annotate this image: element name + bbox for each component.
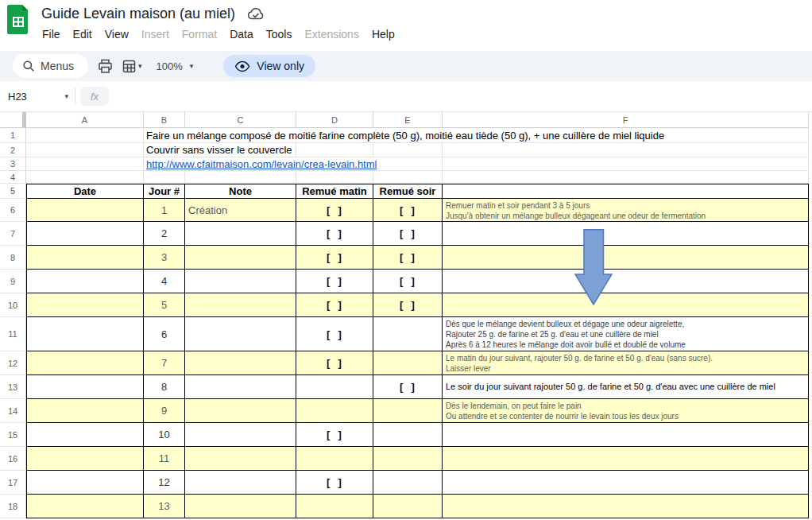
column-header-C[interactable]: C [185, 112, 296, 128]
row-header-5[interactable]: 5 [0, 184, 26, 199]
cell-D10[interactable]: [ ] [296, 293, 373, 317]
cell-C15[interactable] [185, 423, 296, 447]
cell-E17[interactable] [373, 471, 443, 495]
cell-F6[interactable]: Remuer matin et soir pendant 3 à 5 jours… [443, 199, 809, 222]
cell-A15[interactable] [26, 423, 144, 447]
cell-E5[interactable]: Remué soir [373, 184, 443, 199]
cell-A6[interactable] [26, 199, 144, 222]
row-header-8[interactable]: 8 [0, 246, 26, 270]
row-header-9[interactable]: 9 [0, 270, 26, 293]
cell-A8[interactable] [26, 246, 144, 270]
cell-A11[interactable] [26, 317, 144, 351]
cell-B7[interactable]: 2 [144, 222, 185, 246]
row-header-1[interactable]: 1 [0, 128, 26, 143]
cell-A14[interactable] [26, 399, 144, 423]
cell-B16[interactable]: 11 [144, 447, 185, 471]
row-header-10[interactable]: 10 [0, 293, 26, 317]
row-header-17[interactable]: 17 [0, 471, 26, 495]
row-header-18[interactable]: 18 [0, 495, 26, 518]
cell-D17[interactable]: [ ] [296, 471, 373, 495]
row-header-3[interactable]: 3 [0, 157, 26, 171]
cell-B11[interactable]: 6 [144, 317, 185, 351]
cell-A7[interactable] [26, 222, 144, 246]
print-button[interactable] [98, 59, 113, 74]
menus-search-button[interactable]: Menus [13, 54, 88, 78]
cell-B6[interactable]: 1 [144, 199, 185, 222]
cell-D9[interactable]: [ ] [296, 270, 373, 293]
cell-F13[interactable]: Le soir du jour suivant rajouter 50 g. d… [443, 375, 809, 399]
cell-F3[interactable] [443, 157, 809, 171]
zoom-control[interactable]: 100% ▾ [157, 60, 194, 72]
row-header-6[interactable]: 6 [0, 199, 26, 222]
cell-D5[interactable]: Remué matin [296, 184, 373, 199]
hyperlink[interactable]: http://www.cfaitmaison.com/levain/crea-l… [146, 158, 377, 170]
cell-D18[interactable] [296, 495, 373, 518]
cell-F17[interactable] [443, 471, 809, 495]
cell-C8[interactable] [185, 246, 296, 270]
row-header-14[interactable]: 14 [0, 399, 26, 423]
column-header-A[interactable]: A [26, 112, 144, 128]
cell-F7[interactable] [443, 222, 809, 246]
cell-D4[interactable] [296, 171, 373, 184]
cell-A13[interactable] [26, 375, 144, 399]
menu-file[interactable]: File [36, 26, 67, 42]
cell-F9[interactable] [443, 270, 809, 293]
cell-F18[interactable] [443, 495, 809, 518]
cell-D15[interactable]: [ ] [296, 423, 373, 447]
menu-edit[interactable]: Edit [67, 26, 99, 42]
cell-E6[interactable]: [ ] [373, 199, 443, 222]
cell-F2[interactable] [443, 143, 809, 157]
cell-C5[interactable]: Note [185, 184, 296, 199]
column-header-E[interactable]: E [373, 112, 443, 128]
cell-D6[interactable]: [ ] [296, 199, 373, 222]
cell-A17[interactable] [26, 471, 144, 495]
cell-B13[interactable]: 8 [144, 375, 185, 399]
cell-D11[interactable]: [ ] [296, 317, 373, 351]
cell-E2[interactable] [373, 143, 443, 157]
cell-E10[interactable]: [ ] [373, 293, 443, 317]
row-header-16[interactable]: 16 [0, 447, 26, 471]
column-header-D[interactable]: D [296, 112, 373, 128]
cell-D13[interactable] [296, 375, 373, 399]
sheets-logo-icon[interactable] [7, 4, 29, 34]
cell-A4[interactable] [26, 171, 144, 184]
menu-help[interactable]: Help [365, 26, 401, 42]
cell-C17[interactable] [185, 471, 296, 495]
menu-tools[interactable]: Tools [260, 26, 299, 42]
cell-A3[interactable] [26, 157, 144, 171]
cell-E12[interactable] [373, 351, 443, 375]
cell-A12[interactable] [26, 351, 144, 375]
cell-F16[interactable] [443, 447, 809, 471]
row-header-15[interactable]: 15 [0, 423, 26, 447]
name-box[interactable]: H23 ▾ [6, 91, 68, 103]
cell-D7[interactable]: [ ] [296, 222, 373, 246]
menu-data[interactable]: Data [223, 26, 260, 42]
cell-F14[interactable]: Dès le lendemain, on peut faire le painO… [443, 399, 809, 423]
row-header-12[interactable]: 12 [0, 351, 26, 375]
cell-D8[interactable]: [ ] [296, 246, 373, 270]
cell-A5[interactable]: Date [26, 184, 144, 199]
select-all-corner[interactable] [0, 112, 26, 128]
cell-C13[interactable] [185, 375, 296, 399]
cell-C12[interactable] [185, 351, 296, 375]
row-header-7[interactable]: 7 [0, 222, 26, 246]
cell-B17[interactable]: 12 [144, 471, 185, 495]
row-header-2[interactable]: 2 [0, 143, 26, 157]
row-header-4[interactable]: 4 [0, 171, 26, 184]
column-header-B[interactable]: B [144, 112, 185, 128]
cell-C7[interactable] [185, 222, 296, 246]
row-header-11[interactable]: 11 [0, 317, 26, 351]
cell-D16[interactable] [296, 447, 373, 471]
cell-D14[interactable] [296, 399, 373, 423]
cell-F15[interactable] [443, 423, 809, 447]
cell-C9[interactable] [185, 270, 296, 293]
cell-C11[interactable] [185, 317, 296, 351]
cell-C6[interactable]: Création [185, 199, 296, 222]
cell-E9[interactable]: [ ] [373, 270, 443, 293]
cloud-saved-icon[interactable] [247, 6, 265, 22]
cell-F11[interactable]: Dès que le mélange devient bulleux et dé… [443, 317, 809, 351]
cell-E4[interactable] [373, 171, 443, 184]
menu-view[interactable]: View [99, 26, 135, 42]
cell-F4[interactable] [443, 171, 809, 184]
cell-C4[interactable] [185, 171, 296, 184]
